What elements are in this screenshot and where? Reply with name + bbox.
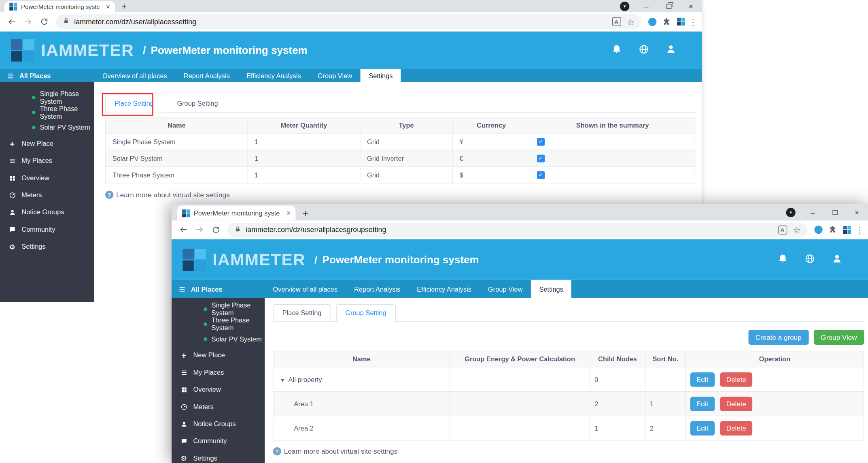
back-button[interactable]: [176, 222, 191, 237]
sidebar-item-single-phase-system[interactable]: Single Phase System: [172, 301, 265, 316]
nav-item-group-view[interactable]: Group View: [309, 69, 361, 82]
sidebar-item-settings[interactable]: ⚙Settings: [172, 450, 265, 463]
shown-in-summary-checkbox[interactable]: ✓: [537, 138, 545, 146]
new-tab-button[interactable]: +: [302, 208, 308, 218]
browser-update-icon[interactable]: ▾: [786, 207, 796, 217]
language-globe-icon[interactable]: [804, 253, 815, 266]
nav-item-efficiency-analysis[interactable]: Efficiency Analysis: [238, 69, 309, 82]
extension-lighthouse-icon[interactable]: [645, 17, 659, 26]
sidebar-item-community[interactable]: Community: [172, 433, 265, 449]
cell-name: Single Phase System: [106, 133, 248, 150]
browser-menu-kebab-icon[interactable]: ⋮: [689, 17, 698, 26]
restore-button[interactable]: [658, 0, 680, 12]
tab-group-setting[interactable]: Group Setting: [168, 95, 227, 113]
maximize-button[interactable]: [824, 204, 846, 220]
nav-item-overview-of-all-places[interactable]: Overview of all places: [265, 280, 346, 298]
edit-button[interactable]: Edit: [690, 372, 715, 387]
sidebar-item-three-phase-system[interactable]: Three Phase System: [172, 316, 265, 331]
language-globe-icon[interactable]: [638, 44, 649, 57]
nav-item-group-view[interactable]: Group View: [480, 280, 531, 298]
sidebar-item-notice-groups[interactable]: Notice Groups: [172, 416, 265, 432]
person-icon: [179, 420, 188, 428]
user-account-icon[interactable]: [832, 253, 843, 266]
nav-item-report-analysis[interactable]: Report Analysis: [175, 69, 238, 82]
sidebar-item-label: Single Phase System: [212, 301, 265, 317]
extension-iammeter-icon[interactable]: [840, 226, 854, 233]
notifications-bell-icon[interactable]: [777, 253, 788, 266]
settings-tabs: Place Setting Group Setting: [105, 94, 695, 113]
caret-down-icon[interactable]: ▼: [280, 377, 285, 383]
minimize-button[interactable]: –: [635, 0, 658, 12]
nav-all-places-label: All Places: [19, 72, 51, 79]
edit-button[interactable]: Edit: [690, 421, 715, 435]
delete-button[interactable]: Delete: [720, 372, 753, 387]
sidebar-item-overview[interactable]: Overview: [0, 170, 94, 186]
user-account-icon[interactable]: [665, 44, 676, 57]
nav-item-settings[interactable]: Settings: [361, 69, 401, 82]
list-icon: [179, 369, 188, 376]
sidebar-item-new-place[interactable]: +New Place: [0, 135, 94, 152]
sidebar-item-overview[interactable]: Overview: [172, 381, 265, 398]
group-view-button[interactable]: Group View: [814, 330, 864, 345]
sidebar: Single Phase System Three Phase System S…: [172, 298, 265, 463]
translate-icon[interactable]: A: [612, 17, 621, 26]
extension-lighthouse-icon[interactable]: [811, 226, 825, 234]
delete-button[interactable]: Delete: [720, 397, 753, 411]
shown-in-summary-checkbox[interactable]: ✓: [537, 155, 545, 162]
sidebar-item-my-places[interactable]: My Places: [172, 364, 265, 381]
sidebar-item-community[interactable]: Community: [0, 221, 94, 238]
sidebar-item-settings[interactable]: ⚙Settings: [0, 238, 94, 255]
sidebar-item-solar-pv-system[interactable]: Solar PV System: [0, 119, 94, 134]
browser-tab[interactable]: PowerMeter monitoring syste ×: [177, 206, 296, 221]
new-tab-button[interactable]: +: [122, 2, 127, 11]
tab-group-setting[interactable]: Group Setting: [336, 304, 396, 322]
tab-place-setting[interactable]: Place Setting: [105, 95, 163, 113]
reload-button[interactable]: [36, 15, 51, 29]
browser-menu-kebab-icon[interactable]: ⋮: [855, 226, 864, 234]
virtual-site-settings-link[interactable]: ? Learn more about virtual site settings: [273, 447, 864, 456]
nav-item-efficiency-analysis[interactable]: Efficiency Analysis: [409, 280, 480, 298]
extensions-puzzle-icon[interactable]: [660, 17, 673, 26]
sidebar-item-my-places[interactable]: My Places: [0, 152, 94, 169]
shown-in-summary-checkbox[interactable]: ✓: [537, 171, 545, 179]
sidebar-item-three-phase-system[interactable]: Three Phase System: [0, 105, 94, 120]
reload-button[interactable]: [208, 222, 223, 237]
address-bar[interactable]: iammeter.com/dz/user/allplacessetting A …: [56, 15, 641, 29]
nav-all-places[interactable]: All Places: [172, 280, 265, 298]
delete-button[interactable]: Delete: [720, 421, 753, 435]
close-button[interactable]: ×: [680, 0, 702, 12]
nav-item-report-analysis[interactable]: Report Analysis: [346, 280, 409, 298]
extension-iammeter-icon[interactable]: [674, 18, 688, 26]
virtual-site-settings-link[interactable]: ? Learn more about virtual site settings: [105, 191, 695, 199]
nav-all-places[interactable]: All Places: [0, 69, 94, 82]
bookmark-star-icon[interactable]: ☆: [627, 17, 634, 26]
tab-place-setting[interactable]: Place Setting: [273, 304, 331, 322]
column-header-sort-no: Sort No.: [645, 351, 685, 367]
forward-button[interactable]: [192, 222, 207, 237]
nav-item-overview-of-all-places[interactable]: Overview of all places: [94, 69, 176, 82]
address-bar[interactable]: iammeter.com/dz/user/allplacesgroupsetti…: [227, 222, 807, 237]
forward-button[interactable]: [21, 15, 36, 29]
sidebar-item-notice-groups[interactable]: Notice Groups: [0, 204, 94, 220]
minimize-button[interactable]: –: [802, 204, 824, 220]
sidebar-item-meters[interactable]: Meters: [0, 187, 94, 203]
sidebar-item-solar-pv-system[interactable]: Solar PV System: [172, 331, 265, 346]
extensions-puzzle-icon[interactable]: [826, 225, 839, 234]
sidebar-item-single-phase-system[interactable]: Single Phase System: [0, 90, 94, 105]
sidebar-item-meters[interactable]: Meters: [172, 399, 265, 415]
edit-button[interactable]: Edit: [690, 397, 715, 411]
notifications-bell-icon[interactable]: [611, 44, 622, 57]
sidebar-item-new-place[interactable]: +New Place: [172, 347, 265, 363]
close-button[interactable]: ×: [846, 204, 868, 220]
cell-sort-no: 1: [645, 391, 685, 416]
bookmark-star-icon[interactable]: ☆: [793, 226, 800, 234]
tab-close-icon[interactable]: ×: [287, 209, 291, 217]
cell-type: Grid: [360, 133, 452, 150]
tab-close-icon[interactable]: ×: [106, 3, 110, 11]
back-button[interactable]: [4, 15, 19, 29]
browser-update-icon[interactable]: ▾: [620, 1, 629, 11]
browser-tab[interactable]: PowerMeter monitoring syste ×: [4, 1, 115, 12]
nav-item-settings[interactable]: Settings: [531, 280, 571, 298]
translate-icon[interactable]: A: [778, 225, 787, 234]
create-a-group-button[interactable]: Create a group: [748, 330, 809, 345]
